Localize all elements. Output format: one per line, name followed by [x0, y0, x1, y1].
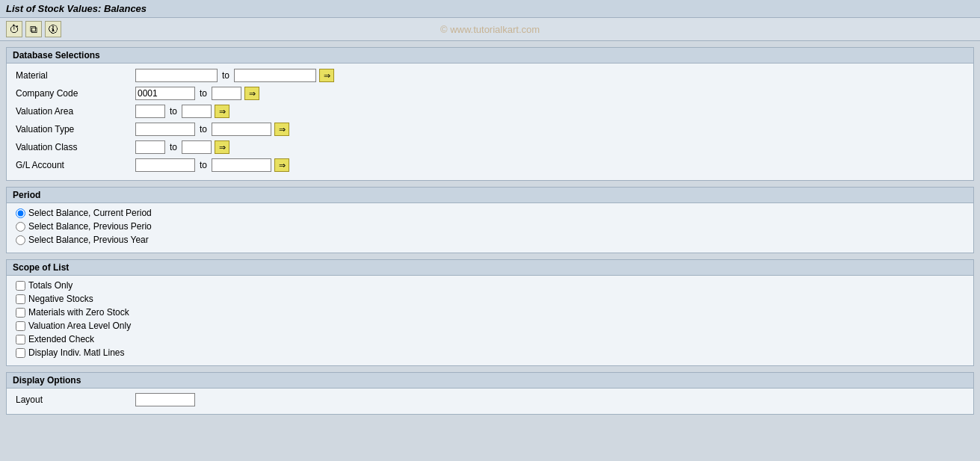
- period-current-radio[interactable]: [16, 208, 25, 218]
- period-current-row: Select Balance, Current Period: [16, 208, 964, 218]
- valuation-type-to-input[interactable]: [212, 123, 271, 136]
- period-previous-year-radio[interactable]: [16, 235, 25, 245]
- period-previous-year-label: Select Balance, Previous Year: [28, 235, 149, 245]
- valuation-class-arrow-button[interactable]: ⇒: [215, 140, 229, 154]
- valuation-type-to-label: to: [200, 124, 207, 134]
- valuation-class-to-input[interactable]: [182, 140, 212, 154]
- display-indiv-matl-lines-checkbox[interactable]: [16, 348, 25, 358]
- valuation-class-from-input[interactable]: [135, 140, 165, 154]
- display-indiv-matl-lines-label: Display Indiv. Matl Lines: [28, 347, 125, 358]
- valuation-area-level-only-label: Valuation Area Level Only: [28, 321, 131, 331]
- display-indiv-matl-lines-row: Display Indiv. Matl Lines: [16, 347, 964, 358]
- valuation-area-to-label: to: [170, 106, 177, 117]
- gl-account-row: G/L Account to ⇒: [16, 158, 964, 173]
- valuation-area-level-only-checkbox[interactable]: [16, 321, 25, 331]
- display-options-section: Display Options Layout: [6, 372, 974, 415]
- valuation-class-to-label: to: [170, 142, 177, 152]
- period-previous-year-row: Select Balance, Previous Year: [16, 235, 964, 245]
- gl-account-to-input[interactable]: [212, 158, 271, 172]
- valuation-class-label: Valuation Class: [16, 142, 135, 152]
- display-options-header: Display Options: [7, 373, 973, 389]
- company-code-to-label: to: [200, 88, 207, 99]
- valuation-type-from-input[interactable]: [135, 123, 195, 136]
- negative-stocks-checkbox[interactable]: [16, 294, 25, 304]
- company-code-label: Company Code: [16, 88, 135, 99]
- valuation-type-label: Valuation Type: [16, 124, 135, 134]
- material-to-input[interactable]: [234, 69, 316, 82]
- extended-check-checkbox[interactable]: [16, 335, 25, 344]
- database-selections-header: Database Selections: [7, 48, 973, 64]
- material-from-input[interactable]: [135, 69, 218, 82]
- company-code-to-input[interactable]: [212, 87, 241, 100]
- material-label: Material: [16, 70, 135, 81]
- scope-of-list-header: Scope of List: [7, 260, 973, 276]
- materials-zero-stock-row: Materials with Zero Stock: [16, 307, 964, 318]
- period-previous-perio-row: Select Balance, Previous Perio: [16, 221, 964, 232]
- valuation-class-row: Valuation Class to ⇒: [16, 140, 964, 155]
- material-arrow-button[interactable]: ⇒: [319, 69, 334, 82]
- period-current-label: Select Balance, Current Period: [28, 208, 152, 218]
- period-previous-perio-radio[interactable]: [16, 222, 25, 232]
- gl-account-to-label: to: [200, 160, 207, 170]
- period-header: Period: [7, 188, 973, 203]
- extended-check-label: Extended Check: [28, 334, 94, 344]
- totals-only-row: Totals Only: [16, 280, 964, 291]
- company-code-row: Company Code to ⇒: [16, 86, 964, 101]
- material-to-label: to: [222, 70, 229, 81]
- database-selections-section: Database Selections Material to ⇒ Compan…: [6, 47, 974, 181]
- page-title: List of Stock Values: Balances: [6, 3, 147, 14]
- valuation-area-label: Valuation Area: [16, 106, 135, 117]
- materials-zero-stock-checkbox[interactable]: [16, 308, 25, 318]
- negative-stocks-label: Negative Stocks: [28, 294, 93, 304]
- gl-account-from-input[interactable]: [135, 158, 195, 172]
- valuation-area-row: Valuation Area to ⇒: [16, 104, 964, 119]
- materials-zero-stock-label: Materials with Zero Stock: [28, 307, 129, 318]
- copy-icon[interactable]: ⧉: [25, 21, 42, 37]
- valuation-area-to-input[interactable]: [182, 105, 212, 118]
- period-section: Period Select Balance, Current Period Se…: [6, 187, 974, 253]
- gl-account-label: G/L Account: [16, 160, 135, 170]
- period-previous-perio-label: Select Balance, Previous Perio: [28, 221, 152, 232]
- gl-account-arrow-button[interactable]: ⇒: [274, 158, 289, 172]
- clock-icon[interactable]: ⏱: [6, 21, 22, 37]
- layout-label: Layout: [16, 395, 135, 405]
- layout-row: Layout: [16, 393, 964, 406]
- layout-input[interactable]: [135, 393, 195, 406]
- valuation-area-arrow-button[interactable]: ⇒: [215, 105, 229, 118]
- totals-only-checkbox[interactable]: [16, 281, 25, 291]
- title-bar: List of Stock Values: Balances: [0, 0, 980, 18]
- info-icon[interactable]: 🛈: [45, 21, 61, 37]
- watermark: © www.tutorialkart.com: [440, 24, 540, 35]
- valuation-area-from-input[interactable]: [135, 105, 165, 118]
- valuation-type-arrow-button[interactable]: ⇒: [274, 123, 289, 136]
- valuation-area-level-only-row: Valuation Area Level Only: [16, 321, 964, 331]
- negative-stocks-row: Negative Stocks: [16, 294, 964, 304]
- material-row: Material to ⇒: [16, 68, 964, 83]
- extended-check-row: Extended Check: [16, 334, 964, 344]
- scope-of-list-section: Scope of List Totals Only Negative Stock…: [6, 259, 974, 366]
- company-code-from-input[interactable]: [135, 87, 195, 100]
- toolbar: ⏱ ⧉ 🛈 © www.tutorialkart.com: [0, 18, 980, 41]
- company-code-arrow-button[interactable]: ⇒: [244, 87, 259, 100]
- valuation-type-row: Valuation Type to ⇒: [16, 122, 964, 137]
- totals-only-label: Totals Only: [28, 280, 73, 291]
